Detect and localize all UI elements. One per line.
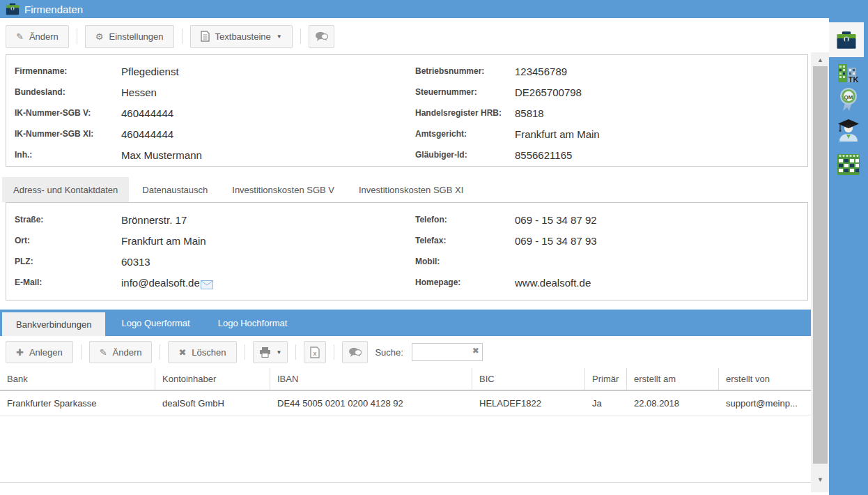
kommentar-button[interactable]: [309, 25, 334, 48]
field-label: Handelsregister HRB:: [407, 108, 515, 118]
aendern-bank-button[interactable]: ✎ Ändern: [89, 341, 153, 363]
vertical-scrollbar[interactable]: ▲ ▼: [811, 52, 830, 492]
field-value: 069 - 15 34 87 92: [515, 214, 597, 226]
tab-logo-hochformat[interactable]: Logo Hochformat: [204, 310, 302, 336]
tab-investitionskosten-sgb-xi[interactable]: Investitionskosten SGB XI: [348, 177, 474, 202]
cell-iban: DE44 5005 0201 0200 4128 92: [270, 391, 472, 415]
cell-erstellt-von: support@meinp...: [719, 391, 811, 415]
bank-toolbar: ✚ Anlegen ✎ Ändern ✖ Löschen ▼ x: [0, 336, 811, 368]
tab-logo-querformat[interactable]: Logo Querformat: [107, 310, 203, 336]
column-header-kontoinhaber[interactable]: Kontoinhaber: [155, 368, 270, 390]
sidebar-item-schulung[interactable]: [829, 118, 868, 142]
suche-label: Suche:: [375, 347, 403, 358]
drucken-button[interactable]: ▼: [253, 341, 288, 363]
field-row: Inh.: Max Mustermann: [6, 144, 407, 165]
einstellungen-button[interactable]: ⚙ Einstellungen: [85, 25, 174, 48]
kommentar-bank-button[interactable]: [342, 341, 368, 363]
field-label: Bundesland:: [6, 87, 121, 97]
toolbar-separator: [300, 29, 301, 44]
tab-adress-und-kontaktdaten[interactable]: Adress- und Kontaktdaten: [2, 177, 129, 202]
chevron-down-icon: ▼: [277, 33, 282, 40]
svg-text:x: x: [313, 349, 317, 356]
field-value: Pflegedienst: [121, 66, 179, 77]
company-right-column: Betriebsnummer: 123456789 Steuernummer: …: [407, 61, 807, 166]
sidebar-item-kalender[interactable]: [829, 151, 868, 176]
module-sidebar: TK QM: [829, 0, 868, 495]
company-data-panel: Firmenname: Pflegedienst Bundesland: Hes…: [6, 54, 808, 167]
sidebar-item-firmendaten[interactable]: [829, 22, 864, 57]
textbausteine-button[interactable]: Textbausteine ▼: [190, 25, 293, 48]
column-header-iban[interactable]: IBAN: [270, 368, 472, 390]
cell-primaer: Ja: [585, 391, 627, 415]
briefcase-icon: [836, 31, 857, 50]
cell-bic: HELADEF1822: [472, 391, 585, 415]
graduate-icon: [837, 118, 860, 142]
field-value: Brönnerstr. 17: [121, 214, 187, 226]
field-row: Firmenname: Pflegedienst: [6, 61, 407, 82]
column-header-erstellt-von[interactable]: erstellt von: [719, 368, 811, 390]
title-bar: Firmendaten: [0, 0, 829, 18]
field-row: IK-Nummer-SGB XI: 460444444: [6, 123, 407, 144]
field-value: 460444444: [121, 128, 173, 140]
column-header-primaer[interactable]: Primär: [585, 368, 627, 390]
field-row: Betriebsnummer: 123456789: [407, 61, 807, 82]
field-row: Straße: Brönnerstr. 17: [6, 209, 407, 230]
document-icon: [201, 31, 210, 42]
field-row: Telefax: 069 - 15 34 87 93: [407, 230, 807, 251]
field-row: Amtsgericht: Frankfurt am Main: [407, 123, 807, 144]
sidebar-item-qm[interactable]: QM: [829, 87, 868, 112]
email-icon[interactable]: [201, 280, 213, 289]
field-label: Telefon:: [407, 215, 515, 224]
svg-text:QM: QM: [844, 94, 853, 100]
field-value: www.dealsoft.de: [515, 277, 591, 289]
loeschen-button[interactable]: ✖ Löschen: [168, 341, 236, 363]
tab-investitionskosten-sgb-v[interactable]: Investitionskosten SGB V: [221, 177, 346, 202]
clear-search-icon[interactable]: ✖: [472, 346, 479, 356]
field-label: Gläubiger-Id:: [407, 150, 515, 160]
table-header-row: Bank Kontoinhaber IBAN BIC Primär erstel…: [0, 368, 811, 391]
field-value: DE265700798: [515, 86, 582, 98]
field-row: Gläubiger-Id: 8556621165: [407, 144, 807, 165]
scroll-down-icon[interactable]: ▼: [811, 476, 830, 483]
column-header-erstellt-am[interactable]: erstellt am: [627, 368, 719, 390]
field-label: E-Mail:: [6, 277, 121, 287]
plus-icon: ✚: [16, 347, 24, 358]
toolbar-separator: [81, 344, 82, 360]
search-field-wrap: ✖: [412, 343, 483, 361]
field-label: Amtsgericht:: [407, 129, 515, 139]
address-left-column: Straße: Brönnerstr. 17 Ort: Frankfurt am…: [6, 209, 407, 300]
tab-datenaustausch[interactable]: Datenaustausch: [131, 177, 219, 202]
pencil-icon: ✎: [16, 31, 24, 42]
anlegen-button[interactable]: ✚ Anlegen: [6, 341, 73, 363]
field-label: Steuernummer:: [407, 87, 515, 97]
briefcase-icon: [6, 2, 20, 16]
delete-x-icon: ✖: [178, 347, 186, 358]
field-label: Inh.:: [6, 150, 121, 160]
column-header-bic[interactable]: BIC: [472, 368, 585, 390]
email-value: info@dealsoft.de: [121, 277, 200, 289]
field-label: Firmenname:: [6, 66, 121, 76]
bank-tab-strip: Bankverbindungen Logo Querformat Logo Ho…: [0, 310, 811, 336]
firmendaten-window: Firmendaten ✎ Ändern ⚙ Einstellungen Tex…: [0, 0, 868, 495]
page-title: Firmendaten: [24, 3, 83, 15]
export-button[interactable]: x: [304, 341, 326, 363]
field-value: 60313: [121, 256, 150, 268]
table-row[interactable]: Frankfurter Sparkasse dealSoft GmbH DE44…: [0, 391, 811, 416]
field-value: Hessen: [121, 86, 157, 98]
column-header-bank[interactable]: Bank: [0, 368, 155, 390]
gear-icon: ⚙: [95, 31, 104, 42]
excel-export-icon: x: [310, 346, 320, 358]
scroll-up-icon[interactable]: ▲: [811, 56, 830, 63]
chat-icon: [315, 31, 328, 42]
field-label: IK-Nummer-SGB V:: [6, 108, 121, 118]
field-value: 069 - 15 34 87 93: [515, 235, 597, 247]
scrollbar-thumb[interactable]: [813, 66, 828, 464]
bank-table: Bank Kontoinhaber IBAN BIC Primär erstel…: [0, 368, 811, 416]
aendern-button[interactable]: ✎ Ändern: [6, 25, 69, 48]
sidebar-item-tk[interactable]: TK: [829, 63, 868, 84]
tab-bankverbindungen[interactable]: Bankverbindungen: [2, 312, 105, 336]
company-left-column: Firmenname: Pflegedienst Bundesland: Hes…: [6, 61, 407, 166]
field-label: PLZ:: [6, 257, 121, 266]
field-row: Homepage: www.dealsoft.de: [407, 272, 807, 293]
toolbar-separator: [245, 344, 245, 360]
